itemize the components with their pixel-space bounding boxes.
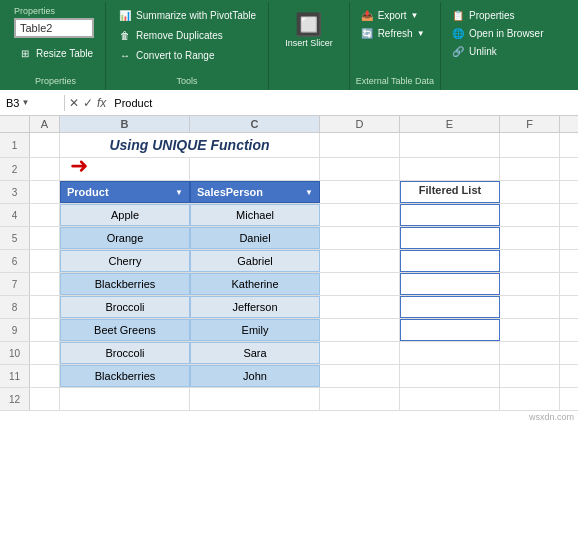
cell-e5[interactable]: [400, 227, 500, 249]
cell-a3[interactable]: [30, 181, 60, 203]
cell-c12[interactable]: [190, 388, 320, 410]
cell-e11[interactable]: [400, 365, 500, 387]
cell-f11[interactable]: [500, 365, 560, 387]
cell-f1[interactable]: [500, 133, 560, 157]
cell-a5[interactable]: [30, 227, 60, 249]
cell-c6[interactable]: Gabriel: [190, 250, 320, 272]
row-5: 5 Orange Daniel: [0, 227, 578, 250]
cell-c8[interactable]: Jefferson: [190, 296, 320, 318]
cell-b5[interactable]: Orange: [60, 227, 190, 249]
cell-f5[interactable]: [500, 227, 560, 249]
cell-d7[interactable]: [320, 273, 400, 295]
cell-a12[interactable]: [30, 388, 60, 410]
cell-b1-title: Using UNIQUE Function: [60, 133, 320, 157]
cell-c11[interactable]: John: [190, 365, 320, 387]
cell-d1[interactable]: [320, 133, 400, 157]
cell-f7[interactable]: [500, 273, 560, 295]
cell-e9[interactable]: [400, 319, 500, 341]
cell-e6[interactable]: [400, 250, 500, 272]
corner-cell: [0, 116, 30, 132]
cell-d9[interactable]: [320, 319, 400, 341]
cell-a1[interactable]: [30, 133, 60, 157]
summarize-pivottable-button[interactable]: 📊 Summarize with PivotTable: [114, 6, 260, 24]
cell-e7[interactable]: [400, 273, 500, 295]
cell-c2[interactable]: [190, 158, 320, 180]
cell-d5[interactable]: [320, 227, 400, 249]
cell-b7[interactable]: Blackberries: [60, 273, 190, 295]
cell-a9[interactable]: [30, 319, 60, 341]
function-icon[interactable]: fx: [97, 96, 106, 110]
row-10: 10 Broccoli Sara: [0, 342, 578, 365]
cell-d2[interactable]: [320, 158, 400, 180]
properties-label: Properties: [14, 74, 97, 86]
cell-f12[interactable]: [500, 388, 560, 410]
unlink-button[interactable]: 🔗 Unlink: [447, 42, 547, 60]
cell-d8[interactable]: [320, 296, 400, 318]
table-name-input[interactable]: Table2: [14, 18, 94, 38]
cell-e10[interactable]: [400, 342, 500, 364]
cell-ref-value: B3: [6, 97, 19, 109]
cell-e4[interactable]: [400, 204, 500, 226]
cell-e8[interactable]: [400, 296, 500, 318]
cell-a8[interactable]: [30, 296, 60, 318]
cell-f6[interactable]: [500, 250, 560, 272]
table-header-salesperson[interactable]: SalesPerson ▼: [190, 181, 320, 203]
cell-a6[interactable]: [30, 250, 60, 272]
cell-e2[interactable]: [400, 158, 500, 180]
filtered-list-header: Filtered List: [400, 181, 500, 203]
cell-ref-dropdown-icon[interactable]: ▼: [21, 98, 29, 107]
cell-c10[interactable]: Sara: [190, 342, 320, 364]
cell-b2[interactable]: ➜: [60, 158, 190, 180]
tools-label: Tools: [114, 74, 260, 86]
cell-c9[interactable]: Emily: [190, 319, 320, 341]
table-header-product[interactable]: Product ▼: [60, 181, 190, 203]
cell-a2[interactable]: [30, 158, 60, 180]
cell-f8[interactable]: [500, 296, 560, 318]
cell-b8[interactable]: Broccoli: [60, 296, 190, 318]
cell-a7[interactable]: [30, 273, 60, 295]
cell-d11[interactable]: [320, 365, 400, 387]
cell-e1[interactable]: [400, 133, 500, 157]
cell-a4[interactable]: [30, 204, 60, 226]
cell-b11[interactable]: Blackberries: [60, 365, 190, 387]
cell-f2[interactable]: [500, 158, 560, 180]
cancel-icon[interactable]: ✕: [69, 96, 79, 110]
cell-b6[interactable]: Cherry: [60, 250, 190, 272]
cell-a11[interactable]: [30, 365, 60, 387]
open-in-browser-button[interactable]: 🌐 Open in Browser: [447, 24, 547, 42]
insert-slicer-button[interactable]: 🔲 Insert Slicer: [279, 10, 339, 52]
cell-d6[interactable]: [320, 250, 400, 272]
cell-d12[interactable]: [320, 388, 400, 410]
cell-a10[interactable]: [30, 342, 60, 364]
cell-d4[interactable]: [320, 204, 400, 226]
cell-f3[interactable]: [500, 181, 560, 203]
cell-reference-box[interactable]: B3 ▼: [0, 95, 65, 111]
slicer-icon: 🔲: [295, 14, 322, 36]
resize-table-button[interactable]: ⊞ Resize Table: [14, 44, 97, 62]
salesperson-dropdown-icon[interactable]: ▼: [305, 188, 313, 197]
cell-c7[interactable]: Katherine: [190, 273, 320, 295]
cell-d10[interactable]: [320, 342, 400, 364]
row-num-2: 2: [0, 158, 30, 180]
formula-input[interactable]: Product: [110, 95, 578, 111]
cell-e12[interactable]: [400, 388, 500, 410]
cell-b12[interactable]: [60, 388, 190, 410]
external-properties-button[interactable]: 📋 Properties: [447, 6, 547, 24]
cell-c4[interactable]: Michael: [190, 204, 320, 226]
col-header-e: E: [400, 116, 500, 132]
convert-to-range-button[interactable]: ↔ Convert to Range: [114, 46, 260, 64]
cell-b4[interactable]: Apple: [60, 204, 190, 226]
cell-d3[interactable]: [320, 181, 400, 203]
cell-b10[interactable]: Broccoli: [60, 342, 190, 364]
confirm-icon[interactable]: ✓: [83, 96, 93, 110]
refresh-button[interactable]: 🔄 Refresh ▼: [356, 24, 434, 42]
export-button[interactable]: 📤 Export ▼: [356, 6, 434, 24]
cell-b9[interactable]: Beet Greens: [60, 319, 190, 341]
product-dropdown-icon[interactable]: ▼: [175, 188, 183, 197]
cell-c5[interactable]: Daniel: [190, 227, 320, 249]
remove-duplicates-button[interactable]: 🗑 Remove Duplicates: [114, 26, 260, 44]
cell-f4[interactable]: [500, 204, 560, 226]
cell-f9[interactable]: [500, 319, 560, 341]
cell-f10[interactable]: [500, 342, 560, 364]
filtered-list-label: Filtered List: [419, 184, 481, 196]
